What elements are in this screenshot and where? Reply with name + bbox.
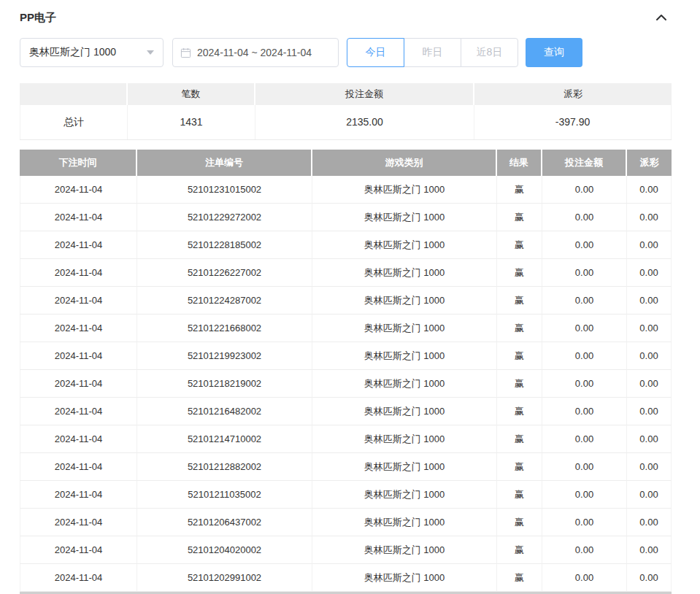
game-type-cell: 奥林匹斯之门 1000 bbox=[312, 315, 497, 342]
filter-bar: 奥林匹斯之门 1000 2024-11-04 ~ 2024-11-04 今日 昨… bbox=[20, 38, 672, 67]
table-row: 2024-11-0452101204020002奥林匹斯之门 1000赢0.00… bbox=[20, 536, 672, 564]
bet-time-cell: 2024-11-04 bbox=[20, 425, 137, 453]
result-cell: 赢 bbox=[497, 259, 542, 287]
quick-last8days-button[interactable]: 近8日 bbox=[461, 38, 518, 67]
order-id-cell: 52101231015002 bbox=[137, 176, 312, 204]
summary-table: 笔数 投注金额 派彩 总计 1431 2135.00 -397.90 bbox=[20, 83, 672, 140]
payout-cell: 0.00 bbox=[627, 481, 672, 509]
payout-cell: 0.00 bbox=[627, 536, 672, 564]
table-row: 2024-11-0452101206437002奥林匹斯之门 1000赢0.00… bbox=[20, 509, 672, 536]
bet-time-cell: 2024-11-04 bbox=[20, 536, 137, 564]
order-id-cell: 52101216482002 bbox=[137, 398, 312, 425]
payout-cell: 0.00 bbox=[627, 231, 672, 259]
result-cell: 赢 bbox=[497, 536, 542, 564]
game-type-cell: 奥林匹斯之门 1000 bbox=[312, 370, 497, 398]
order-id-cell: 52101219923002 bbox=[137, 342, 312, 370]
order-id-cell: 52101204020002 bbox=[137, 536, 312, 564]
game-type-cell: 奥林匹斯之门 1000 bbox=[312, 259, 497, 287]
bet-time-cell: 2024-11-04 bbox=[20, 398, 137, 425]
table-row: 2024-11-0452101218219002奥林匹斯之门 1000赢0.00… bbox=[20, 370, 672, 398]
bet-amount-cell: 0.00 bbox=[542, 425, 627, 453]
table-row: 2024-11-0452101212882002奥林匹斯之门 1000赢0.00… bbox=[20, 453, 672, 481]
bet-time-cell: 2024-11-04 bbox=[20, 342, 137, 370]
chevron-up-icon[interactable] bbox=[655, 13, 667, 22]
table-row: 2024-11-0452101226227002奥林匹斯之门 1000赢0.00… bbox=[20, 259, 672, 287]
chevron-down-icon bbox=[147, 50, 154, 55]
result-cell: 赢 bbox=[497, 453, 542, 481]
summary-total-bet-amount: 2135.00 bbox=[255, 105, 474, 139]
table-header-row: 下注时间注单编号游戏类别结果投注金额派彩 bbox=[20, 150, 672, 176]
game-select-value: 奥林匹斯之门 1000 bbox=[29, 46, 116, 59]
bet-time-cell: 2024-11-04 bbox=[20, 370, 137, 398]
pp-electronics-panel: PP电子 奥林匹斯之门 1000 2024-11-04 ~ 2024-11-04… bbox=[20, 0, 672, 594]
date-range-input[interactable]: 2024-11-04 ~ 2024-11-04 bbox=[172, 38, 339, 67]
summary-total-count: 1431 bbox=[128, 105, 255, 139]
payout-cell: 0.00 bbox=[627, 315, 672, 342]
order-id-cell: 52101229272002 bbox=[137, 204, 312, 231]
panel-title: PP电子 bbox=[20, 11, 56, 25]
bet-time-cell: 2024-11-04 bbox=[20, 481, 137, 509]
table-row: 2024-11-0452101221668002奥林匹斯之门 1000赢0.00… bbox=[20, 315, 672, 342]
result-cell: 赢 bbox=[497, 564, 542, 592]
bet-time-cell: 2024-11-04 bbox=[20, 231, 137, 259]
summary-header-blank bbox=[20, 83, 128, 105]
calendar-icon bbox=[180, 47, 191, 58]
order-id-cell: 52101206437002 bbox=[137, 509, 312, 536]
search-button[interactable]: 查询 bbox=[526, 38, 582, 67]
bet-time-cell: 2024-11-04 bbox=[20, 564, 137, 592]
table-row: 2024-11-0452101219923002奥林匹斯之门 1000赢0.00… bbox=[20, 342, 672, 370]
bet-amount-cell: 0.00 bbox=[542, 564, 627, 592]
payout-cell: 0.00 bbox=[627, 342, 672, 370]
table-row: 2024-11-0452101228185002奥林匹斯之门 1000赢0.00… bbox=[20, 231, 672, 259]
payout-cell: 0.00 bbox=[627, 453, 672, 481]
payout-cell: 0.00 bbox=[627, 509, 672, 536]
game-type-cell: 奥林匹斯之门 1000 bbox=[312, 204, 497, 231]
bet-time-cell: 2024-11-04 bbox=[20, 259, 137, 287]
game-type-cell: 奥林匹斯之门 1000 bbox=[312, 481, 497, 509]
table-row: 2024-11-0452101214710002奥林匹斯之门 1000赢0.00… bbox=[20, 425, 672, 453]
result-cell: 赢 bbox=[497, 315, 542, 342]
bet-amount-cell: 0.00 bbox=[542, 370, 627, 398]
bet-amount-cell: 0.00 bbox=[542, 315, 627, 342]
bet-amount-cell: 0.00 bbox=[542, 342, 627, 370]
game-select[interactable]: 奥林匹斯之门 1000 bbox=[20, 38, 164, 67]
bet-amount-cell: 0.00 bbox=[542, 481, 627, 509]
result-cell: 赢 bbox=[497, 176, 542, 204]
game-type-cell: 奥林匹斯之门 1000 bbox=[312, 342, 497, 370]
table-row: 2024-11-0452101202991002奥林匹斯之门 1000赢0.00… bbox=[20, 564, 672, 592]
bet-amount-cell: 0.00 bbox=[542, 259, 627, 287]
table-row: 2024-11-0452101216482002奥林匹斯之门 1000赢0.00… bbox=[20, 398, 672, 425]
game-type-cell: 奥林匹斯之门 1000 bbox=[312, 509, 497, 536]
payout-cell: 0.00 bbox=[627, 370, 672, 398]
game-type-cell: 奥林匹斯之门 1000 bbox=[312, 287, 497, 315]
bet-time-cell: 2024-11-04 bbox=[20, 287, 137, 315]
bet-amount-cell: 0.00 bbox=[542, 287, 627, 315]
date-range-value: 2024-11-04 ~ 2024-11-04 bbox=[197, 47, 312, 58]
bet-amount-cell: 0.00 bbox=[542, 176, 627, 204]
game-type-cell: 奥林匹斯之门 1000 bbox=[312, 231, 497, 259]
game-type-cell: 奥林匹斯之门 1000 bbox=[312, 425, 497, 453]
column-header: 下注时间 bbox=[20, 150, 137, 176]
payout-cell: 0.00 bbox=[627, 176, 672, 204]
game-type-cell: 奥林匹斯之门 1000 bbox=[312, 398, 497, 425]
result-cell: 赢 bbox=[497, 370, 542, 398]
order-id-cell: 52101202991002 bbox=[137, 564, 312, 592]
summary-total-row: 总计 1431 2135.00 -397.90 bbox=[20, 105, 672, 140]
result-cell: 赢 bbox=[497, 287, 542, 315]
bet-amount-cell: 0.00 bbox=[542, 536, 627, 564]
order-id-cell: 52101224287002 bbox=[137, 287, 312, 315]
summary-header-row: 笔数 投注金额 派彩 bbox=[20, 83, 672, 105]
column-header: 派彩 bbox=[627, 150, 672, 176]
result-cell: 赢 bbox=[497, 231, 542, 259]
quick-date-group: 今日 昨日 近8日 bbox=[347, 38, 518, 67]
column-header: 结果 bbox=[497, 150, 542, 176]
quick-today-button[interactable]: 今日 bbox=[347, 38, 404, 67]
summary-header-bet-amount: 投注金额 bbox=[255, 83, 474, 105]
table-body: 2024-11-0452101231015002奥林匹斯之门 1000赢0.00… bbox=[20, 176, 672, 592]
game-type-cell: 奥林匹斯之门 1000 bbox=[312, 564, 497, 592]
table-row: 2024-11-0452101231015002奥林匹斯之门 1000赢0.00… bbox=[20, 176, 672, 204]
quick-yesterday-button[interactable]: 昨日 bbox=[404, 38, 461, 67]
summary-header-count: 笔数 bbox=[128, 83, 255, 105]
panel-header: PP电子 bbox=[20, 9, 672, 26]
payout-cell: 0.00 bbox=[627, 259, 672, 287]
